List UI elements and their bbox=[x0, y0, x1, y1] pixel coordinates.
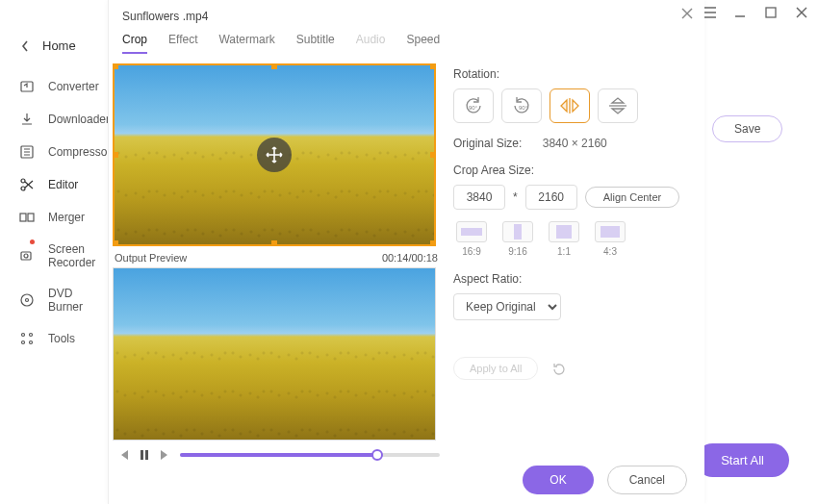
svg-point-18 bbox=[26, 299, 29, 302]
crop-area-label: Crop Area Size: bbox=[453, 164, 691, 177]
ratio-1-1[interactable]: 1:1 bbox=[546, 221, 582, 257]
svg-text:90°: 90° bbox=[469, 105, 478, 111]
crop-width-input[interactable] bbox=[453, 185, 505, 210]
notification-dot-icon bbox=[30, 239, 35, 244]
window-close-icon[interactable] bbox=[793, 4, 810, 21]
svg-point-22 bbox=[30, 341, 33, 344]
tab-crop[interactable]: Crop bbox=[122, 33, 147, 54]
sidebar-item-label: Tools bbox=[48, 332, 75, 345]
tab-watermark[interactable]: Watermark bbox=[218, 33, 274, 54]
original-size-value: 3840 × 2160 bbox=[543, 137, 607, 150]
tab-speed[interactable]: Speed bbox=[406, 33, 440, 54]
merger-icon bbox=[19, 210, 35, 225]
output-preview-label: Output Preview bbox=[115, 252, 187, 264]
ratio-label: 9:16 bbox=[508, 246, 526, 257]
crop-handle[interactable] bbox=[430, 152, 436, 158]
settings-column: Rotation: 90° 90° bbox=[453, 63, 691, 462]
player-controls bbox=[113, 441, 440, 462]
preview-column: Output Preview 00:14/00:18 bbox=[113, 63, 440, 462]
move-icon[interactable] bbox=[257, 138, 292, 172]
compressor-icon bbox=[19, 144, 35, 160]
sidebar-item-label: Editor bbox=[48, 178, 78, 191]
playback-slider[interactable] bbox=[180, 453, 440, 457]
slider-thumb[interactable] bbox=[371, 449, 383, 461]
crop-handle[interactable] bbox=[113, 240, 118, 246]
pause-icon[interactable] bbox=[138, 448, 151, 462]
dialog-close-icon[interactable] bbox=[681, 8, 693, 19]
minimize-icon[interactable] bbox=[731, 4, 749, 21]
tools-icon bbox=[19, 331, 35, 346]
svg-rect-13 bbox=[20, 214, 26, 221]
apply-to-all-button[interactable]: Apply to All bbox=[453, 357, 538, 380]
align-center-button[interactable]: Align Center bbox=[585, 187, 680, 208]
tab-subtitle[interactable]: Subtitle bbox=[296, 33, 335, 54]
recorder-icon bbox=[19, 248, 35, 264]
svg-point-10 bbox=[21, 187, 25, 190]
svg-rect-4 bbox=[766, 8, 776, 17]
cancel-button[interactable]: Cancel bbox=[607, 466, 687, 494]
sidebar-item-downloader[interactable]: Downloader bbox=[0, 103, 106, 136]
aspect-ratio-select[interactable]: Keep Original bbox=[453, 293, 561, 320]
app-titlebar bbox=[701, 4, 810, 21]
tab-audio[interactable]: Audio bbox=[356, 33, 386, 54]
maximize-icon[interactable] bbox=[762, 4, 780, 21]
ratio-9-16[interactable]: 9:16 bbox=[499, 221, 536, 257]
home-label: Home bbox=[42, 38, 76, 53]
start-all-button[interactable]: Start All bbox=[696, 443, 789, 477]
reset-icon[interactable] bbox=[551, 362, 567, 377]
slider-fill bbox=[180, 453, 377, 457]
scissors-icon bbox=[19, 177, 35, 192]
sidebar-item-dvdburner[interactable]: DVD Burner bbox=[0, 278, 106, 322]
crop-height-input[interactable] bbox=[525, 185, 577, 210]
rotate-left-button[interactable]: 90° bbox=[453, 88, 494, 123]
flip-horizontal-button[interactable] bbox=[550, 88, 590, 123]
crop-handle[interactable] bbox=[113, 152, 118, 158]
rotate-right-button[interactable]: 90° bbox=[501, 88, 542, 123]
sidebar-item-tools[interactable]: Tools bbox=[0, 322, 106, 355]
svg-point-19 bbox=[22, 334, 25, 337]
svg-point-9 bbox=[21, 179, 25, 183]
tab-effect[interactable]: Effect bbox=[168, 33, 197, 54]
dialog-title: Sunflowers .mp4 bbox=[109, 0, 704, 27]
ratio-16-9[interactable]: 16:9 bbox=[453, 221, 490, 257]
sidebar-item-label: Merger bbox=[48, 211, 85, 224]
crop-handle[interactable] bbox=[430, 63, 436, 69]
multiply-sign: * bbox=[513, 190, 518, 204]
sidebar-item-compressor[interactable]: Compressor bbox=[0, 136, 106, 168]
sidebar-item-recorder[interactable]: Screen Recorder bbox=[0, 234, 106, 278]
dialog-footer: OK Cancel bbox=[523, 466, 687, 494]
sidebar-item-label: Converter bbox=[48, 80, 99, 93]
crop-handle[interactable] bbox=[271, 240, 277, 246]
sidebar-item-converter[interactable]: Converter bbox=[0, 70, 106, 103]
crop-canvas[interactable] bbox=[113, 63, 436, 246]
sidebar-item-label: Compressor bbox=[48, 145, 111, 159]
ratio-label: 16:9 bbox=[462, 246, 480, 257]
aspect-ratio-label: Aspect Ratio: bbox=[453, 272, 691, 286]
output-preview bbox=[113, 267, 436, 441]
svg-line-12 bbox=[25, 181, 33, 188]
save-button[interactable]: Save bbox=[712, 115, 782, 142]
disc-icon bbox=[19, 292, 35, 308]
sidebar-item-editor[interactable]: Editor bbox=[0, 168, 106, 201]
svg-rect-15 bbox=[21, 252, 31, 260]
sidebar-item-label: DVD Burner bbox=[48, 287, 89, 314]
ratio-label: 1:1 bbox=[557, 246, 571, 257]
sidebar: Home Converter Downloader Compressor Edi… bbox=[0, 23, 106, 363]
crop-handle[interactable] bbox=[113, 63, 118, 69]
ok-button[interactable]: OK bbox=[523, 466, 593, 494]
svg-rect-26 bbox=[145, 450, 148, 460]
crop-handle[interactable] bbox=[430, 240, 436, 246]
ratio-4-3[interactable]: 4:3 bbox=[592, 221, 628, 257]
svg-rect-25 bbox=[141, 450, 143, 460]
flip-vertical-button[interactable] bbox=[598, 88, 638, 123]
ratio-label: 4:3 bbox=[603, 246, 617, 257]
next-frame-icon[interactable] bbox=[159, 448, 172, 462]
svg-rect-14 bbox=[28, 214, 34, 221]
prev-frame-icon[interactable] bbox=[116, 448, 130, 462]
svg-line-11 bbox=[25, 182, 33, 189]
back-home[interactable]: Home bbox=[0, 31, 106, 70]
sidebar-item-label: Downloader bbox=[48, 113, 110, 126]
sidebar-item-merger[interactable]: Merger bbox=[0, 201, 106, 234]
crop-handle[interactable] bbox=[271, 63, 277, 69]
svg-point-16 bbox=[24, 254, 28, 258]
